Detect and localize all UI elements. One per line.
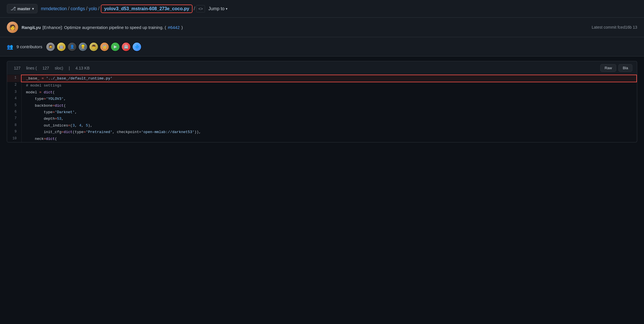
commit-author[interactable]: RangiLyu	[22, 25, 41, 30]
file-sloc: 127	[43, 66, 49, 70]
line-number: 1	[7, 75, 21, 82]
contributor-8[interactable]: 🏥	[121, 42, 131, 52]
table-row: 10 neck=dict(	[7, 136, 637, 142]
contributor-3[interactable]: 👤	[67, 42, 77, 52]
code-view: 1_base_ = '../_base_/default_runtime.py'…	[7, 75, 637, 142]
commit-bar: 🧑 RangiLyu [Enhance]: Optimize augmentat…	[0, 18, 644, 37]
file-header: 127 lines ( 127 sloc) | 4.13 KB Raw Bla	[7, 61, 637, 75]
line-code: model = dict(	[21, 89, 637, 96]
line-code: init_cfg=dict(type='Pretrained', checkpo…	[21, 129, 637, 135]
breadcrumb-repo[interactable]: mmdetection	[41, 6, 67, 11]
breadcrumb-sep-4: /	[194, 6, 195, 12]
line-code: out_indices=(3, 4, 5),	[21, 122, 637, 129]
line-number: 8	[7, 122, 21, 129]
line-number: 7	[7, 115, 21, 122]
branch-selector[interactable]: ⎇ master ▾	[7, 4, 37, 13]
contributors-icon: 👥	[7, 44, 13, 50]
breadcrumb: mmdetection / configs / yolo / yolov3_d5…	[41, 5, 205, 13]
line-code: neck=dict(	[21, 136, 637, 142]
contributor-6[interactable]: 🧓	[100, 42, 109, 52]
table-row: 6 type='Darknet',	[7, 109, 637, 115]
file-sloc-label: sloc)	[55, 66, 63, 70]
line-code: # model settings	[21, 82, 637, 89]
table-row: 3model = dict(	[7, 89, 637, 96]
table-row: 5 backbone=dict(	[7, 102, 637, 109]
jump-to-button[interactable]: Jump to ▾	[208, 6, 227, 11]
breadcrumb-sep-3: /	[98, 6, 100, 12]
table-row: 7 depth=53,	[7, 115, 637, 122]
line-number: 4	[7, 96, 21, 102]
line-code: depth=53,	[21, 115, 637, 122]
contributor-1[interactable]: 🧔	[46, 42, 55, 52]
contributor-avatars: 🧔 🤖 👤 👷 👦 🧓 ▶ 🏥 🔷	[46, 42, 142, 52]
latest-commit: Latest commit fced16b 13	[592, 25, 637, 30]
line-number: 10	[7, 136, 21, 142]
file-lines-label: lines (	[26, 66, 37, 70]
table-row: 2# model settings	[7, 82, 637, 89]
commit-message-end: )	[181, 25, 183, 30]
breadcrumb-filename: yolov3_d53_mstrain-608_273e_coco.py	[101, 5, 193, 13]
line-number: 9	[7, 129, 21, 135]
code-table: 1_base_ = '../_base_/default_runtime.py'…	[7, 75, 637, 142]
code-icon[interactable]: <>	[196, 5, 205, 12]
table-row: 1_base_ = '../_base_/default_runtime.py'	[7, 75, 637, 82]
line-code: type='Darknet',	[21, 109, 637, 115]
line-number: 3	[7, 89, 21, 96]
breadcrumb-sep-2: /	[86, 6, 87, 12]
file-size: 4.13 KB	[76, 66, 90, 70]
contributors-count: 9 contributors	[16, 44, 42, 49]
commit-message: [Enhance]: Optimize augmentation pipelin…	[43, 25, 166, 30]
file-sep: |	[69, 66, 71, 70]
breadcrumb-configs[interactable]: configs	[71, 6, 85, 11]
contributor-4[interactable]: 👷	[78, 42, 88, 52]
commit-pr-link[interactable]: #6442	[168, 25, 180, 30]
blame-button[interactable]: Bla	[618, 64, 632, 72]
file-meta: 127 lines ( 127 sloc) | 4.13 KB	[12, 66, 92, 70]
table-row: 8 out_indices=(3, 4, 5),	[7, 122, 637, 129]
contributors-bar: 👥 9 contributors 🧔 🤖 👤 👷 👦 🧓 ▶ 🏥 🔷	[0, 37, 644, 56]
contributor-9[interactable]: 🔷	[132, 42, 142, 52]
file-lines: 127	[14, 66, 20, 70]
contributor-2[interactable]: 🤖	[57, 42, 66, 52]
line-number: 2	[7, 82, 21, 89]
contributor-5[interactable]: 👦	[89, 42, 99, 52]
line-code: backbone=dict(	[21, 102, 637, 109]
line-number: 6	[7, 109, 21, 115]
breadcrumb-sep-1: /	[68, 6, 70, 12]
contributor-7[interactable]: ▶	[110, 42, 120, 52]
branch-label: master	[17, 7, 30, 11]
line-number: 5	[7, 102, 21, 109]
table-row: 4 type='YOLOV3',	[7, 96, 637, 102]
table-row: 9 init_cfg=dict(type='Pretrained', check…	[7, 129, 637, 135]
branch-icon: ⎇	[11, 6, 16, 11]
commit-info: RangiLyu [Enhance]: Optimize augmentatio…	[22, 25, 588, 30]
breadcrumb-yolo[interactable]: yolo	[89, 6, 97, 11]
branch-dropdown-arrow: ▾	[32, 7, 34, 11]
jump-to-arrow: ▾	[226, 7, 227, 11]
top-bar: ⎇ master ▾ mmdetection / configs / yolo …	[0, 0, 644, 18]
avatar: 🧑	[7, 22, 18, 33]
raw-button[interactable]: Raw	[600, 64, 616, 72]
line-code: _base_ = '../_base_/default_runtime.py'	[21, 75, 637, 82]
line-code: type='YOLOV3',	[21, 96, 637, 102]
jump-to-label: Jump to	[208, 6, 225, 11]
file-actions: Raw Bla	[600, 64, 632, 72]
